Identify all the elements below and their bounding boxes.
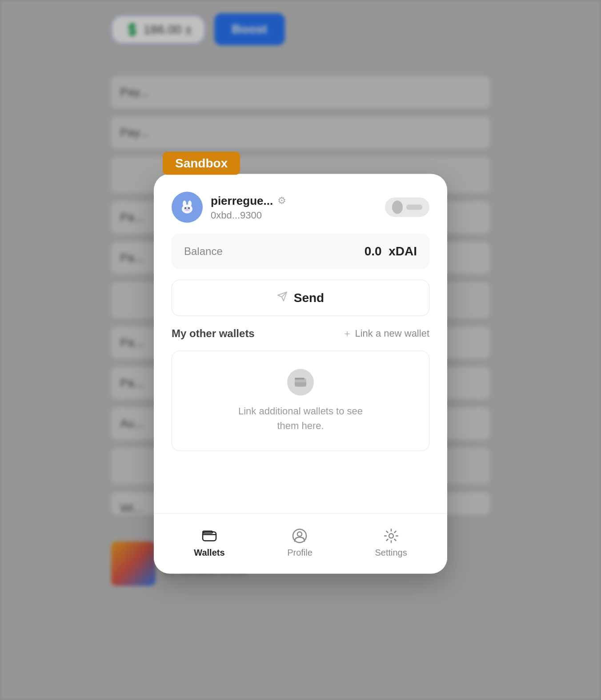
nav-settings[interactable]: Settings	[364, 525, 417, 561]
send-label: Send	[294, 291, 324, 305]
wallet-toggle[interactable]	[385, 198, 429, 217]
wallet-modal: pierregue... ⚙ 0xbd...9300 Balance 0.0 x…	[154, 174, 447, 574]
plus-icon: ＋	[342, 327, 352, 340]
gear-icon[interactable]: ⚙	[277, 195, 286, 207]
other-wallets-header: My other wallets ＋ Link a new wallet	[172, 327, 429, 340]
empty-wallet-card: Link additional wallets to see them here…	[172, 351, 429, 451]
modal-spacer	[172, 462, 429, 496]
toggle-circle	[392, 201, 403, 214]
wallet-header: pierregue... ⚙ 0xbd...9300	[172, 192, 429, 223]
wallet-info: pierregue... ⚙ 0xbd...9300	[211, 194, 377, 221]
other-wallets-title: My other wallets	[172, 327, 255, 340]
svg-point-16	[389, 534, 393, 538]
nav-settings-label: Settings	[375, 548, 407, 558]
nav-wallets-label: Wallets	[194, 548, 224, 558]
empty-wallet-text: Link additional wallets to see them here…	[238, 404, 363, 433]
link-new-wallet-label: Link a new wallet	[355, 328, 429, 339]
sandbox-badge: Sandbox	[163, 152, 240, 175]
balance-row: Balance 0.0 xDAI	[172, 234, 429, 269]
svg-point-15	[297, 532, 302, 537]
link-new-wallet-button[interactable]: ＋ Link a new wallet	[342, 327, 429, 340]
svg-point-4	[184, 207, 186, 209]
svg-point-5	[188, 207, 190, 209]
svg-rect-11	[295, 378, 305, 380]
send-icon	[277, 291, 288, 305]
wallet-name-row: pierregue... ⚙	[211, 194, 377, 207]
svg-point-2	[188, 201, 192, 207]
svg-point-6	[186, 209, 188, 211]
nav-profile-label: Profile	[287, 548, 313, 558]
send-button[interactable]: Send	[172, 280, 429, 316]
modal-body: pierregue... ⚙ 0xbd...9300 Balance 0.0 x…	[154, 174, 447, 513]
svg-point-1	[183, 201, 186, 207]
toggle-bar	[406, 205, 422, 210]
balance-value: 0.0 xDAI	[365, 244, 417, 259]
wallet-address: 0xbd...9300	[211, 209, 377, 221]
balance-label: Balance	[184, 245, 223, 258]
bottom-nav: Wallets Profile Settings	[154, 513, 447, 574]
modal-wrapper: Sandbox	[154, 152, 447, 574]
nav-wallets[interactable]: Wallets	[183, 525, 235, 561]
wallet-name: pierregue...	[211, 194, 273, 207]
empty-wallet-icon	[287, 369, 314, 396]
avatar	[172, 192, 203, 223]
nav-profile[interactable]: Profile	[276, 525, 323, 561]
